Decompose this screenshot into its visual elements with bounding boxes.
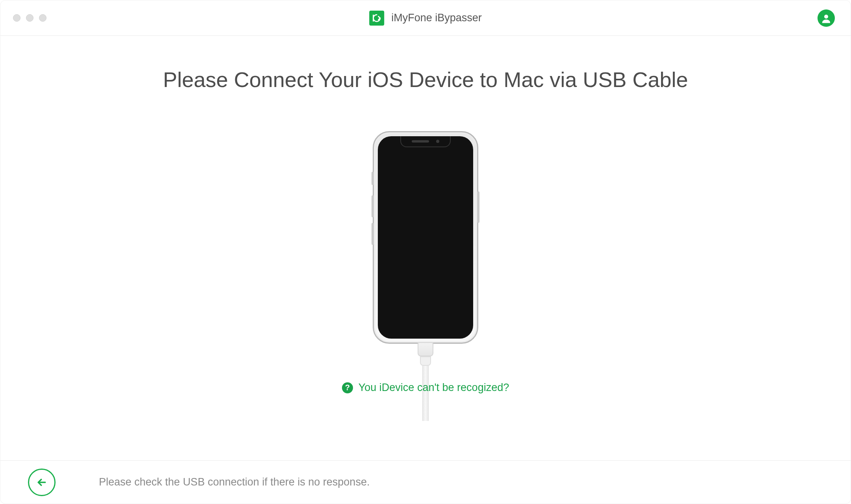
svg-point-0 xyxy=(824,15,828,19)
phone-volume-up-icon xyxy=(372,195,374,217)
account-button[interactable] xyxy=(818,9,835,27)
close-window-button[interactable] xyxy=(13,14,20,22)
phone-power-button-icon xyxy=(477,191,479,223)
phone-speaker-icon xyxy=(412,140,429,143)
cable-plug-icon xyxy=(418,342,433,356)
app-title: iMyFone iBypasser xyxy=(391,12,482,24)
phone-camera-icon xyxy=(436,140,439,143)
device-illustration xyxy=(370,131,481,421)
phone-notch-icon xyxy=(400,136,451,147)
back-button[interactable] xyxy=(28,469,56,496)
phone-volume-down-icon xyxy=(372,223,374,245)
window-controls xyxy=(13,14,46,22)
phone-screen-icon xyxy=(378,136,473,339)
cable-strain-icon xyxy=(420,356,431,366)
minimize-window-button[interactable] xyxy=(26,14,33,22)
question-mark-icon: ? xyxy=(342,382,353,393)
page-title: Please Connect Your iOS Device to Mac vi… xyxy=(0,67,851,92)
main-content: Please Connect Your iOS Device to Mac vi… xyxy=(0,36,851,394)
footer-hint: Please check the USB connection if there… xyxy=(99,476,370,488)
zoom-window-button[interactable] xyxy=(39,14,46,22)
footer-bar: Please check the USB connection if there… xyxy=(0,460,851,504)
arrow-left-icon xyxy=(36,476,48,488)
title-center: iMyFone iBypasser xyxy=(369,11,482,26)
phone-mute-switch-icon xyxy=(372,172,374,185)
help-link-label: You iDevice can't be recogized? xyxy=(359,382,509,394)
title-bar: iMyFone iBypasser xyxy=(0,0,851,36)
help-link[interactable]: ? You iDevice can't be recogized? xyxy=(0,382,851,394)
app-logo-icon xyxy=(369,11,384,26)
phone-outline-icon xyxy=(373,131,478,344)
user-icon xyxy=(818,9,835,27)
